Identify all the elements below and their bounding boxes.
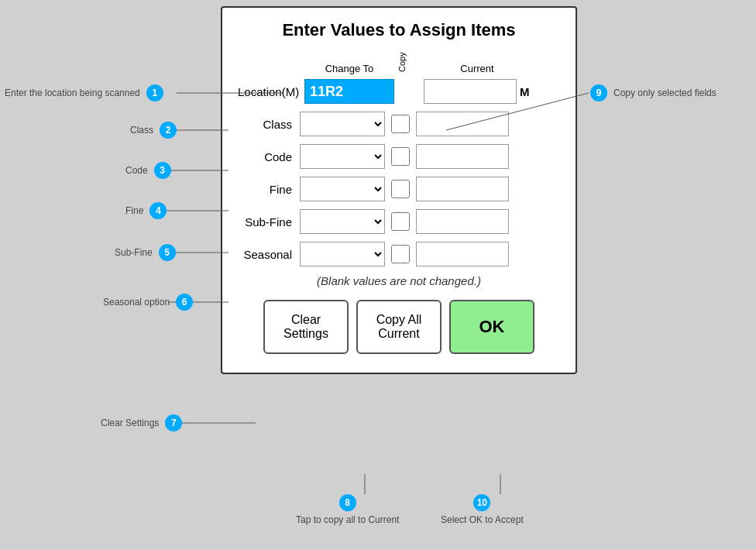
subfine-copy-checkbox[interactable] bbox=[391, 212, 410, 231]
fine-current-input[interactable] bbox=[416, 177, 509, 201]
annotation-4-label: Fine bbox=[125, 205, 143, 216]
main-dialog: Enter Values to Assign Items Change To C… bbox=[221, 6, 577, 374]
annotation-2-label: Class bbox=[130, 125, 153, 136]
annotation-5-badge: 5 bbox=[159, 244, 176, 261]
class-current-input[interactable] bbox=[416, 112, 509, 136]
location-label: Location(M) bbox=[238, 85, 304, 98]
seasonal-current-input[interactable] bbox=[416, 242, 509, 266]
ok-button[interactable]: OK bbox=[449, 300, 534, 354]
button-row: ClearSettings Copy AllCurrent OK bbox=[238, 300, 560, 354]
annotation-6: Seasonal option 6 bbox=[103, 294, 193, 311]
annotation-3: Code 3 bbox=[125, 162, 171, 179]
code-copy-checkbox[interactable] bbox=[391, 147, 410, 166]
fine-label: Fine bbox=[238, 183, 300, 196]
annotation-8-badge: 8 bbox=[339, 494, 356, 511]
class-label: Class bbox=[238, 118, 300, 131]
subfine-current-input[interactable] bbox=[416, 209, 509, 234]
subfine-label: Sub-Fine bbox=[238, 215, 300, 229]
annotation-10-label: Select OK to Accept bbox=[441, 514, 524, 525]
annotation-6-badge: 6 bbox=[176, 294, 193, 311]
col-header-change-to: Change To bbox=[304, 63, 394, 74]
annotation-1: Enter the location being scanned 1 bbox=[5, 84, 163, 101]
annotation-9: 9 Copy only selected fields bbox=[590, 84, 716, 101]
col-header-copy: Copy bbox=[397, 50, 421, 74]
annotation-8: 8 Tap to copy all to Current bbox=[296, 494, 399, 525]
annotation-9-label: Copy only selected fields bbox=[613, 88, 716, 98]
code-label: Code bbox=[238, 150, 300, 163]
location-suffix: M bbox=[520, 85, 530, 98]
annotation-5-label: Sub-Fine bbox=[115, 247, 153, 258]
code-select[interactable] bbox=[300, 144, 385, 169]
seasonal-select[interactable] bbox=[300, 242, 385, 266]
annotation-2-badge: 2 bbox=[160, 122, 177, 139]
subfine-select[interactable] bbox=[300, 209, 385, 234]
annotation-3-badge: 3 bbox=[154, 162, 171, 179]
code-current-input[interactable] bbox=[416, 144, 509, 169]
class-copy-checkbox[interactable] bbox=[391, 115, 410, 133]
seasonal-label: Seasonal bbox=[238, 248, 300, 261]
clear-settings-button[interactable]: ClearSettings bbox=[263, 300, 349, 354]
location-current-input[interactable] bbox=[424, 79, 517, 104]
annotation-7: Clear Settings 7 bbox=[101, 414, 182, 431]
location-change-to-value: 11R2 bbox=[304, 79, 394, 104]
annotation-8-label: Tap to copy all to Current bbox=[296, 514, 399, 525]
class-select[interactable] bbox=[300, 112, 385, 136]
annotation-10: 10 Select OK to Accept bbox=[441, 494, 524, 525]
annotation-4: Fine 4 bbox=[125, 202, 167, 219]
annotation-2: Class 2 bbox=[130, 122, 177, 139]
code-row: Code bbox=[238, 144, 560, 169]
annotation-10-badge: 10 bbox=[473, 494, 490, 511]
annotation-7-label: Clear Settings bbox=[101, 418, 159, 428]
fine-copy-checkbox[interactable] bbox=[391, 180, 410, 198]
annotation-9-badge: 9 bbox=[590, 84, 607, 101]
annotation-7-badge: 7 bbox=[165, 414, 182, 431]
dialog-title: Enter Values to Assign Items bbox=[238, 20, 560, 40]
copy-all-current-button[interactable]: Copy AllCurrent bbox=[356, 300, 442, 354]
location-row: Location(M) 11R2 M bbox=[238, 79, 560, 104]
blank-note: (Blank values are not changed.) bbox=[238, 274, 560, 287]
annotation-1-badge: 1 bbox=[146, 84, 163, 101]
annotation-3-label: Code bbox=[125, 165, 148, 176]
fine-select[interactable] bbox=[300, 177, 385, 201]
col-header-current: Current bbox=[427, 63, 527, 74]
class-row: Class bbox=[238, 112, 560, 136]
annotation-6-label: Seasonal option bbox=[103, 297, 170, 308]
annotation-1-label: Enter the location being scanned bbox=[5, 88, 140, 98]
annotation-4-badge: 4 bbox=[149, 202, 167, 219]
seasonal-row: Seasonal bbox=[238, 242, 560, 266]
seasonal-copy-checkbox[interactable] bbox=[391, 245, 410, 263]
fine-row: Fine bbox=[238, 177, 560, 201]
annotation-5: Sub-Fine 5 bbox=[115, 244, 176, 261]
subfine-row: Sub-Fine bbox=[238, 209, 560, 234]
